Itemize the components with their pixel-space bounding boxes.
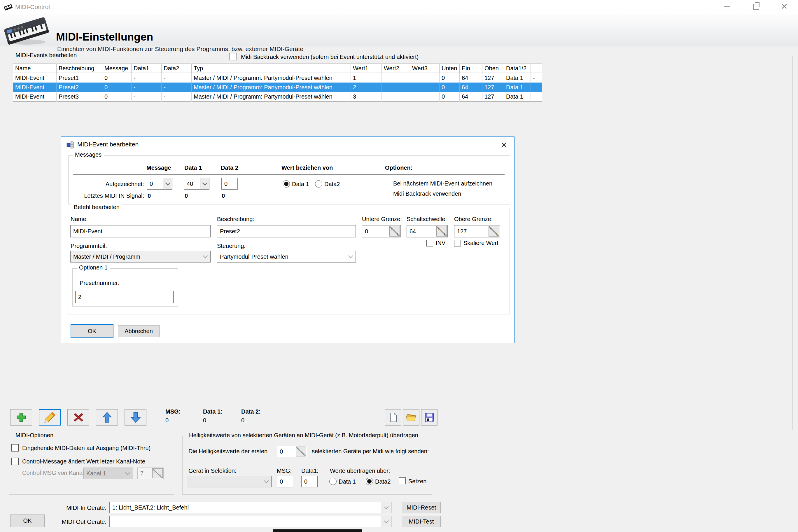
wert-data1-radio[interactable] — [283, 180, 290, 188]
dialog-title-bar[interactable]: MIDI-Event bearbeiten ✕ — [61, 137, 514, 153]
col-header-wert3[interactable]: Wert3 — [410, 64, 439, 73]
edit-event-button[interactable] — [39, 409, 61, 425]
inv-checkbox[interactable] — [426, 240, 433, 246]
spinner-arrows-icon[interactable]: ↑↓ — [436, 226, 447, 236]
cell: - — [132, 92, 162, 101]
midi-out-dropdown[interactable] — [109, 516, 392, 527]
toolbar-data1-label: Data 1: — [203, 408, 223, 415]
chevron-down-icon[interactable] — [381, 502, 391, 513]
cell: - — [132, 82, 162, 92]
col-header-wert1[interactable]: Wert1 — [351, 64, 382, 73]
optionen1-group: Optionen 1 Presetnummer: 2 — [72, 268, 178, 306]
spinner-arrows-icon[interactable]: ↑↓ — [390, 226, 400, 236]
uebertragen-data1-radio[interactable] — [329, 478, 337, 485]
col-header-unten[interactable]: Unten — [439, 64, 460, 73]
table-row[interactable]: MIDI-EventPreset3 0- -Master / MIDI / Pr… — [13, 92, 542, 101]
col-header-extra[interactable] — [531, 64, 542, 73]
col-header-data2[interactable]: Data2 — [162, 64, 192, 73]
minimize-button[interactable] — [718, 0, 737, 14]
move-up-button[interactable] — [96, 409, 118, 425]
move-down-button[interactable] — [125, 409, 147, 425]
programmteil-value: Master / MIDI / Programm — [73, 251, 140, 262]
midi-in-value: 1: Licht_BEAT,2: Licht_Befehl — [112, 502, 189, 513]
open-folder-icon — [406, 412, 417, 423]
cell: 0 — [102, 82, 132, 92]
midi-backtrack-checkbox[interactable] — [230, 53, 237, 60]
programmteil-dropdown[interactable]: Master / MIDI / Programm — [70, 251, 211, 263]
midi-events-table: Name Beschreibung Message Data1 Data2 Ty… — [13, 63, 542, 101]
control-message-checkbox[interactable] — [12, 458, 19, 465]
table-row[interactable]: MIDI-EventPreset1 0- -Master / MIDI / Pr… — [13, 73, 542, 82]
midi-event-edit-dialog: MIDI-Event bearbeiten ✕ Messages Message… — [61, 136, 514, 343]
close-button[interactable]: ✕ — [775, 0, 794, 14]
footer-ok-button[interactable]: OK — [10, 514, 45, 527]
uebertragen-data2-radio[interactable] — [366, 478, 373, 485]
schaltschwelle-label: Schaltschwelle: — [406, 216, 447, 223]
messages-col-message: Message — [147, 165, 171, 171]
open-file-button[interactable] — [403, 409, 419, 425]
name-input[interactable]: MIDI-Event — [70, 225, 211, 238]
geraet-selektion-dropdown[interactable] — [187, 476, 271, 487]
arrow-up-icon — [101, 411, 113, 423]
next-midi-event-checkbox[interactable] — [384, 180, 391, 187]
letztes-data1-value: 0 — [185, 192, 188, 199]
untere-grenze-spinner[interactable]: 0 ↑↓ — [362, 225, 401, 238]
geraet-selektion-label: Gerät in Selektion: — [188, 468, 236, 474]
add-event-button[interactable] — [10, 409, 32, 425]
data1-combo[interactable]: 40 — [184, 178, 209, 190]
cell: Data 1 — [504, 82, 531, 92]
arrow-down-icon — [130, 411, 142, 423]
col-header-data1[interactable]: Data1 — [132, 64, 162, 73]
schaltschwelle-value: 64 — [410, 226, 416, 237]
beschreibung-input[interactable]: Preset2 — [217, 225, 356, 238]
spinner-arrows-icon[interactable]: ↑↓ — [296, 446, 306, 456]
col-header-ein[interactable]: Ein — [460, 64, 482, 73]
spinner-arrows-icon[interactable]: ↑↓ — [489, 226, 499, 236]
messages-col-data2: Data 2 — [221, 165, 238, 171]
col-header-beschreibung[interactable]: Beschreibung — [57, 64, 102, 73]
chevron-down-icon[interactable] — [381, 516, 391, 527]
midi-thru-checkbox[interactable] — [12, 444, 19, 452]
delete-event-button[interactable] — [68, 409, 89, 425]
new-file-button[interactable] — [385, 409, 401, 425]
midi-in-dropdown[interactable]: 1: Licht_BEAT,2: Licht_Befehl — [109, 502, 392, 513]
setzen-checkbox[interactable] — [399, 477, 406, 484]
chevron-down-icon[interactable] — [163, 178, 172, 189]
brightness-data1-input[interactable]: 0 — [301, 476, 318, 487]
data2-input[interactable]: 0 — [221, 178, 238, 190]
save-file-button[interactable] — [421, 409, 437, 425]
cell — [382, 73, 410, 82]
beschreibung-input-value: Preset2 — [220, 228, 240, 235]
presetnummer-input[interactable]: 2 — [75, 291, 173, 303]
col-header-oben[interactable]: Oben — [482, 64, 504, 73]
skaliere-wert-checkbox[interactable] — [454, 240, 461, 246]
obere-grenze-spinner[interactable]: 127 ↑↓ — [454, 225, 500, 238]
dialog-cancel-button[interactable]: Abbrechen — [118, 325, 159, 337]
dialog-ok-button[interactable]: OK — [71, 324, 113, 338]
table-row-selected[interactable]: MIDI-EventPreset2 0- -Master / MIDI / Pr… — [13, 82, 542, 92]
cell: 0 — [102, 92, 132, 101]
message-combo[interactable]: 0 — [147, 178, 172, 190]
brightness-count-spinner[interactable]: 0 ↑↓ — [277, 446, 307, 457]
cell: 2 — [351, 82, 382, 92]
toolbar-data2-label: Data 2: — [241, 408, 261, 415]
col-header-message[interactable]: Message — [102, 64, 132, 73]
chevron-down-icon[interactable] — [200, 178, 209, 189]
brightness-msg-input[interactable]: 0 — [277, 476, 293, 487]
wert-data2-radio[interactable] — [315, 180, 322, 188]
spinner-arrows-icon: ↑↓ — [152, 469, 163, 478]
col-header-data12[interactable]: Data1/2 — [504, 64, 531, 73]
dialog-close-button[interactable]: ✕ — [498, 139, 510, 151]
midi-control-window: MIDI-Control ✕ — [0, 0, 798, 532]
midi-test-button[interactable]: MIDI-Test — [402, 516, 441, 527]
cell: 3 — [351, 92, 382, 101]
restore-button[interactable] — [747, 0, 766, 14]
col-header-typ[interactable]: Typ — [192, 64, 351, 73]
col-header-name[interactable]: Name — [13, 64, 57, 73]
steuerung-dropdown[interactable]: Partymodul-Preset wählen — [217, 251, 356, 263]
col-header-wert2[interactable]: Wert2 — [382, 64, 410, 73]
midi-reset-button[interactable]: MIDI-Reset — [402, 502, 441, 513]
schaltschwelle-spinner[interactable]: 64 ↑↓ — [406, 225, 448, 238]
dialog-backtrack-checkbox[interactable] — [384, 190, 391, 197]
title-bar[interactable]: MIDI-Control ✕ — [0, 0, 798, 14]
